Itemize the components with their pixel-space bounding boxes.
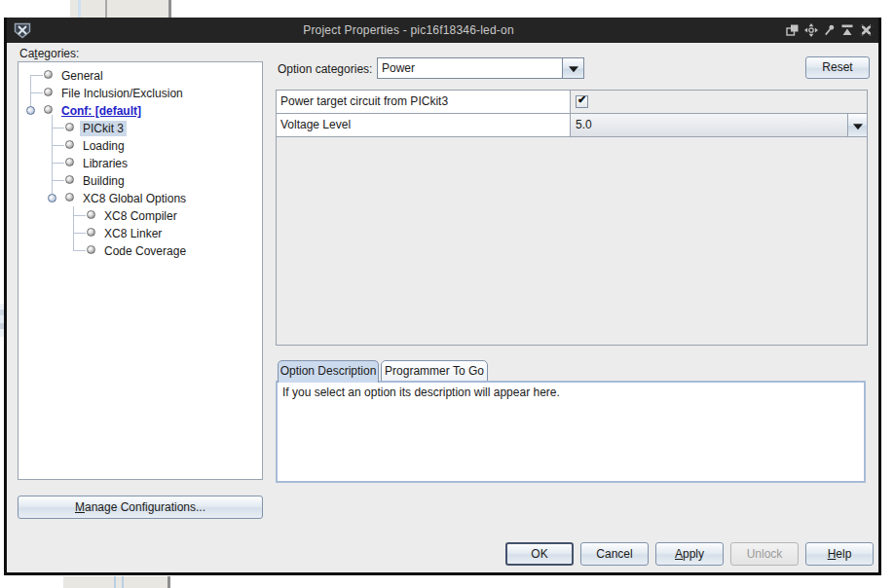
- tree-item-libraries[interactable]: Libraries: [19, 154, 262, 171]
- tree-connector: [52, 128, 64, 129]
- tree-expand-handle[interactable]: [48, 194, 56, 202]
- tree-item-code-coverage[interactable]: Code Coverage: [19, 241, 262, 259]
- close-x-icon[interactable]: [859, 23, 874, 37]
- tree-connector: [73, 215, 86, 216]
- option-name: Voltage Level: [277, 114, 571, 136]
- tree-connector: [73, 250, 86, 251]
- tree-connector: [52, 180, 64, 181]
- chevron-down-icon: [569, 66, 578, 72]
- categories-label: Categories:: [19, 47, 79, 60]
- tree-item-xc8-compiler[interactable]: XC8 Compiler: [19, 206, 262, 224]
- tree-node-icon: [44, 88, 53, 96]
- tree-item-label: XC8 Compiler: [101, 208, 180, 224]
- combobox-value: 5.0: [576, 118, 592, 131]
- pin-icon[interactable]: [823, 23, 836, 37]
- background-window-fragment-bottom: [63, 576, 170, 588]
- dialog-content: Categories: General File Inclusion/Exclu…: [7, 43, 878, 572]
- reset-button[interactable]: Reset: [805, 56, 870, 79]
- categories-tree[interactable]: General File Inclusion/Exclusion Conf: […: [18, 61, 263, 480]
- option-row-voltage-level: Voltage Level 5.0: [277, 114, 867, 137]
- tree-item-label: File Inclusion/Exclusion: [58, 86, 186, 101]
- tree-node-icon: [87, 245, 95, 254]
- option-categories-combobox[interactable]: Power: [377, 57, 584, 79]
- tree-connector: [52, 145, 64, 146]
- fragment-stripe: [114, 576, 116, 588]
- fragment-divider: [105, 0, 107, 18]
- fragment-stripe: [122, 576, 124, 588]
- tree-item-label: Code Coverage: [101, 243, 189, 259]
- x-shield-icon: [13, 22, 32, 39]
- option-categories-label: Option categories:: [278, 62, 372, 76]
- tree-connector: [30, 92, 43, 93]
- option-value-cell: ✔: [571, 91, 867, 113]
- titlebar[interactable]: Project Properties - pic16f18346-led-on: [7, 18, 878, 43]
- tree-node-icon: [44, 70, 53, 79]
- tree-item-label: XC8 Global Options: [80, 191, 189, 206]
- tree-item-label: Loading: [80, 138, 128, 154]
- project-properties-dialog: Project Properties - pic16f18346-led-on: [4, 18, 881, 575]
- tree-item-general[interactable]: General: [19, 66, 262, 84]
- apply-button[interactable]: Apply: [655, 542, 724, 566]
- tab-option-description[interactable]: Option Description: [278, 360, 379, 383]
- tree-expand-handle[interactable]: [26, 106, 35, 115]
- tree-node-icon: [65, 158, 74, 166]
- fragment-stripe: [78, 0, 81, 18]
- tab-programmer-to-go[interactable]: Programmer To Go: [381, 360, 488, 382]
- tree-node-icon: [65, 175, 74, 184]
- power-target-checkbox[interactable]: ✔: [576, 95, 588, 108]
- tree-item-conf-default[interactable]: Conf: [default]: [19, 101, 262, 119]
- tree-item-label: PICkit 3: [80, 121, 127, 136]
- description-text: If you select an option its description …: [282, 386, 560, 399]
- stack-icon[interactable]: [785, 23, 800, 37]
- tree-node-icon: [87, 210, 95, 219]
- tree-node-icon: [65, 123, 74, 131]
- tree-item-label: XC8 Linker: [101, 226, 165, 241]
- tree-node-icon: [65, 193, 74, 202]
- option-row-power-target: Power target circuit from PICkit3 ✔: [277, 91, 867, 114]
- ok-button[interactable]: OK: [505, 542, 574, 566]
- tree-item-loading[interactable]: Loading: [19, 136, 262, 154]
- background-window-fragment-top: [70, 0, 171, 18]
- combobox-value: Power: [382, 61, 415, 75]
- tree-connector: [52, 163, 64, 164]
- tree-item-pickit3[interactable]: PICkit 3: [19, 119, 262, 136]
- tree-item-label: Conf: [default]: [58, 103, 144, 119]
- tree-connector: [73, 233, 86, 234]
- combobox-arrow-button[interactable]: [847, 114, 867, 136]
- tree-item-label: Libraries: [80, 156, 130, 171]
- tree-connector: [30, 75, 43, 76]
- tree-item-xc8-linker[interactable]: XC8 Linker: [19, 224, 262, 241]
- move-icon[interactable]: [803, 23, 819, 37]
- tree-node-icon: [87, 228, 95, 237]
- checkmark-icon: ✔: [577, 93, 586, 106]
- help-button[interactable]: Help: [805, 542, 874, 566]
- tree-item-label: General: [58, 68, 106, 84]
- tree-item-building[interactable]: Building: [19, 171, 262, 189]
- voltage-level-combobox[interactable]: 5.0: [571, 114, 867, 136]
- tree-node-icon: [65, 140, 74, 149]
- cancel-button[interactable]: Cancel: [580, 542, 649, 566]
- option-name: Power target circuit from PICkit3: [277, 91, 571, 113]
- options-table: Power target circuit from PICkit3 ✔ Volt…: [276, 90, 868, 346]
- unlock-button: Unlock: [730, 542, 799, 566]
- chevron-down-icon: [853, 124, 863, 129]
- tree-item-label: Building: [80, 173, 128, 189]
- tree-item-file-inclusion[interactable]: File Inclusion/Exclusion: [19, 84, 262, 101]
- tree-node-icon: [44, 105, 53, 114]
- maximize-icon[interactable]: [839, 23, 855, 37]
- window-title: Project Properties - pic16f18346-led-on: [32, 23, 785, 37]
- manage-configurations-button[interactable]: Manage Configurations...: [18, 496, 263, 519]
- option-description-panel: If you select an option its description …: [276, 381, 866, 483]
- combobox-arrow-button[interactable]: [562, 58, 583, 78]
